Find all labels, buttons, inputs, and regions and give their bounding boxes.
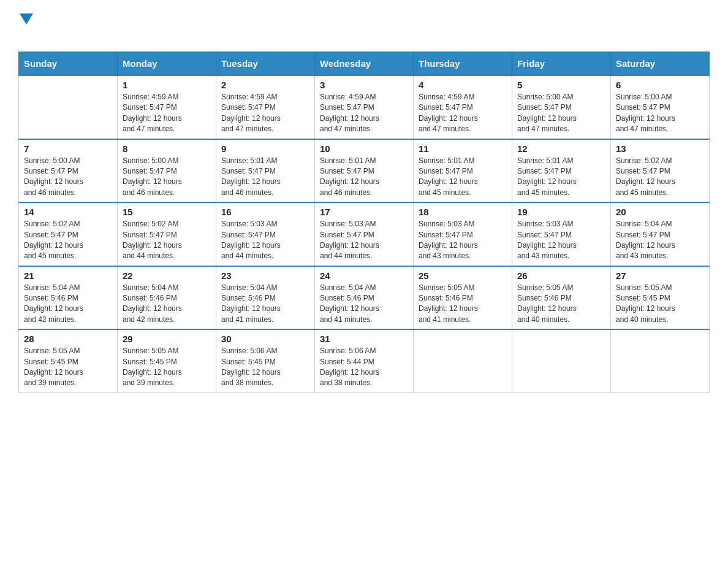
calendar-cell: 14Sunrise: 5:02 AM Sunset: 5:47 PM Dayli…	[19, 202, 118, 266]
day-info: Sunrise: 5:05 AM Sunset: 5:46 PM Dayligh…	[517, 283, 605, 326]
calendar-week-row: 28Sunrise: 5:05 AM Sunset: 5:45 PM Dayli…	[19, 329, 710, 393]
day-number: 27	[616, 270, 704, 281]
calendar-cell	[414, 329, 512, 393]
calendar-cell: 10Sunrise: 5:01 AM Sunset: 5:47 PM Dayli…	[315, 139, 414, 203]
day-number: 28	[24, 334, 112, 344]
day-info: Sunrise: 5:02 AM Sunset: 5:47 PM Dayligh…	[616, 156, 704, 199]
calendar-cell	[611, 329, 710, 393]
calendar-cell: 29Sunrise: 5:05 AM Sunset: 5:45 PM Dayli…	[118, 329, 216, 393]
calendar-cell: 12Sunrise: 5:01 AM Sunset: 5:47 PM Dayli…	[512, 139, 611, 203]
day-info: Sunrise: 4:59 AM Sunset: 5:47 PM Dayligh…	[320, 92, 408, 135]
day-info: Sunrise: 5:03 AM Sunset: 5:47 PM Dayligh…	[419, 219, 507, 262]
calendar-cell: 9Sunrise: 5:01 AM Sunset: 5:47 PM Daylig…	[216, 139, 315, 203]
day-number: 14	[24, 207, 112, 217]
header-thursday: Thursday	[414, 52, 512, 76]
day-number: 15	[123, 207, 211, 217]
day-info: Sunrise: 4:59 AM Sunset: 5:47 PM Dayligh…	[419, 92, 507, 135]
day-info: Sunrise: 5:05 AM Sunset: 5:45 PM Dayligh…	[24, 346, 112, 389]
calendar-cell: 2Sunrise: 4:59 AM Sunset: 5:47 PM Daylig…	[216, 75, 315, 139]
day-info: Sunrise: 5:05 AM Sunset: 5:45 PM Dayligh…	[123, 346, 211, 389]
day-number: 30	[221, 334, 309, 344]
calendar-cell: 27Sunrise: 5:05 AM Sunset: 5:45 PM Dayli…	[611, 266, 710, 330]
day-info: Sunrise: 5:00 AM Sunset: 5:47 PM Dayligh…	[123, 156, 211, 199]
header-sunday: Sunday	[19, 52, 118, 76]
day-info: Sunrise: 5:03 AM Sunset: 5:47 PM Dayligh…	[320, 219, 408, 262]
svg-marker-0	[20, 13, 33, 25]
calendar-week-row: 14Sunrise: 5:02 AM Sunset: 5:47 PM Dayli…	[19, 202, 710, 266]
calendar-cell	[512, 329, 611, 393]
header-friday: Friday	[512, 52, 611, 76]
day-info: Sunrise: 5:02 AM Sunset: 5:47 PM Dayligh…	[24, 219, 112, 262]
calendar-cell: 1Sunrise: 4:59 AM Sunset: 5:47 PM Daylig…	[118, 75, 216, 139]
logo-triangle-icon	[20, 13, 33, 27]
day-number: 3	[320, 80, 408, 90]
day-number: 12	[517, 144, 605, 154]
day-number: 25	[419, 270, 507, 281]
calendar-cell: 5Sunrise: 5:00 AM Sunset: 5:47 PM Daylig…	[512, 75, 611, 139]
day-info: Sunrise: 5:01 AM Sunset: 5:47 PM Dayligh…	[320, 156, 408, 199]
day-info: Sunrise: 4:59 AM Sunset: 5:47 PM Dayligh…	[221, 92, 309, 135]
calendar-cell: 31Sunrise: 5:06 AM Sunset: 5:44 PM Dayli…	[315, 329, 414, 393]
day-info: Sunrise: 5:03 AM Sunset: 5:47 PM Dayligh…	[517, 219, 605, 262]
day-info: Sunrise: 5:04 AM Sunset: 5:46 PM Dayligh…	[123, 283, 211, 326]
day-number: 22	[123, 270, 211, 281]
day-info: Sunrise: 5:04 AM Sunset: 5:46 PM Dayligh…	[320, 283, 408, 326]
calendar-cell: 8Sunrise: 5:00 AM Sunset: 5:47 PM Daylig…	[118, 139, 216, 203]
calendar-cell: 20Sunrise: 5:04 AM Sunset: 5:47 PM Dayli…	[611, 202, 710, 266]
day-number: 18	[419, 207, 507, 217]
day-info: Sunrise: 5:04 AM Sunset: 5:47 PM Dayligh…	[616, 219, 704, 262]
day-number: 6	[616, 80, 704, 90]
day-info: Sunrise: 5:04 AM Sunset: 5:46 PM Dayligh…	[24, 283, 112, 326]
calendar-week-row: 21Sunrise: 5:04 AM Sunset: 5:46 PM Dayli…	[19, 266, 710, 330]
calendar-cell: 4Sunrise: 4:59 AM Sunset: 5:47 PM Daylig…	[414, 75, 512, 139]
day-number: 2	[221, 80, 309, 90]
day-info: Sunrise: 5:01 AM Sunset: 5:47 PM Dayligh…	[221, 156, 309, 199]
calendar-cell: 13Sunrise: 5:02 AM Sunset: 5:47 PM Dayli…	[611, 139, 710, 203]
day-info: Sunrise: 5:00 AM Sunset: 5:47 PM Dayligh…	[24, 156, 112, 199]
calendar-cell: 25Sunrise: 5:05 AM Sunset: 5:46 PM Dayli…	[414, 266, 512, 330]
day-info: Sunrise: 5:03 AM Sunset: 5:47 PM Dayligh…	[221, 219, 309, 262]
calendar-cell: 18Sunrise: 5:03 AM Sunset: 5:47 PM Dayli…	[414, 202, 512, 266]
day-info: Sunrise: 5:01 AM Sunset: 5:47 PM Dayligh…	[517, 156, 605, 199]
day-info: Sunrise: 5:05 AM Sunset: 5:46 PM Dayligh…	[419, 283, 507, 326]
day-info: Sunrise: 5:00 AM Sunset: 5:47 PM Dayligh…	[517, 92, 605, 135]
calendar-cell	[19, 75, 118, 139]
day-number: 13	[616, 144, 704, 154]
day-number: 17	[320, 207, 408, 217]
header-wednesday: Wednesday	[315, 52, 414, 76]
calendar-cell: 22Sunrise: 5:04 AM Sunset: 5:46 PM Dayli…	[118, 266, 216, 330]
day-number: 1	[123, 80, 211, 90]
header-saturday: Saturday	[611, 52, 710, 76]
day-number: 23	[221, 270, 309, 281]
calendar-cell: 26Sunrise: 5:05 AM Sunset: 5:46 PM Dayli…	[512, 266, 611, 330]
calendar-cell: 28Sunrise: 5:05 AM Sunset: 5:45 PM Dayli…	[19, 329, 118, 393]
calendar-cell: 15Sunrise: 5:02 AM Sunset: 5:47 PM Dayli…	[118, 202, 216, 266]
calendar-cell: 19Sunrise: 5:03 AM Sunset: 5:47 PM Dayli…	[512, 202, 611, 266]
day-info: Sunrise: 5:02 AM Sunset: 5:47 PM Dayligh…	[123, 219, 211, 262]
day-number: 8	[123, 144, 211, 154]
day-number: 21	[24, 270, 112, 281]
day-number: 20	[616, 207, 704, 217]
day-info: Sunrise: 5:00 AM Sunset: 5:47 PM Dayligh…	[616, 92, 704, 135]
day-info: Sunrise: 5:05 AM Sunset: 5:45 PM Dayligh…	[616, 283, 704, 326]
day-number: 10	[320, 144, 408, 154]
page-header	[18, 12, 710, 45]
day-info: Sunrise: 4:59 AM Sunset: 5:47 PM Dayligh…	[123, 92, 211, 135]
calendar-cell: 17Sunrise: 5:03 AM Sunset: 5:47 PM Dayli…	[315, 202, 414, 266]
calendar-week-row: 7Sunrise: 5:00 AM Sunset: 5:47 PM Daylig…	[19, 139, 710, 203]
calendar-cell: 24Sunrise: 5:04 AM Sunset: 5:46 PM Dayli…	[315, 266, 414, 330]
calendar-cell: 23Sunrise: 5:04 AM Sunset: 5:46 PM Dayli…	[216, 266, 315, 330]
day-info: Sunrise: 5:06 AM Sunset: 5:44 PM Dayligh…	[320, 346, 408, 389]
calendar-cell: 30Sunrise: 5:06 AM Sunset: 5:45 PM Dayli…	[216, 329, 315, 393]
day-info: Sunrise: 5:06 AM Sunset: 5:45 PM Dayligh…	[221, 346, 309, 389]
calendar-cell: 6Sunrise: 5:00 AM Sunset: 5:47 PM Daylig…	[611, 75, 710, 139]
logo	[18, 12, 33, 45]
calendar-cell: 3Sunrise: 4:59 AM Sunset: 5:47 PM Daylig…	[315, 75, 414, 139]
calendar-table: SundayMondayTuesdayWednesdayThursdayFrid…	[18, 52, 710, 393]
day-number: 29	[123, 334, 211, 344]
day-number: 11	[419, 144, 507, 154]
calendar-cell: 16Sunrise: 5:03 AM Sunset: 5:47 PM Dayli…	[216, 202, 315, 266]
calendar-cell: 11Sunrise: 5:01 AM Sunset: 5:47 PM Dayli…	[414, 139, 512, 203]
day-number: 16	[221, 207, 309, 217]
header-monday: Monday	[118, 52, 216, 76]
